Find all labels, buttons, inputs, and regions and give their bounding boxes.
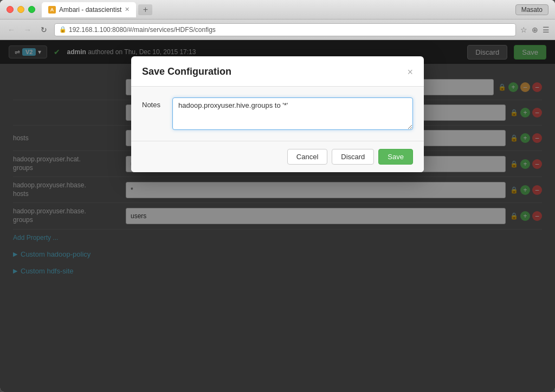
address-bar: ← → ↻ 🔒 192.168.1.100:8080/#/main/servic… (0, 19, 555, 40)
menu-icon[interactable]: ☰ (543, 25, 550, 34)
close-button[interactable] (7, 6, 14, 13)
new-tab-button[interactable]: + (138, 4, 152, 15)
modal-close-button[interactable]: × (407, 67, 413, 77)
refresh-button[interactable]: ↻ (38, 24, 50, 36)
forward-button[interactable]: → (22, 24, 34, 36)
save-button[interactable]: Save (378, 149, 413, 165)
notes-textarea[interactable]: hadoop.proxyuser.hive.groups to '*' (172, 97, 413, 130)
save-configuration-modal: Save Configuration × Notes hadoop.proxyu… (131, 56, 424, 172)
bookmark-icon[interactable]: ☆ (520, 25, 527, 34)
notes-label: Notes (142, 97, 164, 109)
modal-overlay: Save Configuration × Notes hadoop.proxyu… (0, 40, 555, 392)
extensions-icon[interactable]: ⊕ (532, 25, 538, 34)
modal-header: Save Configuration × (131, 56, 424, 87)
lock-icon: 🔒 (59, 26, 67, 33)
active-tab[interactable]: A Ambari - datascientist ✕ (42, 2, 136, 17)
traffic-lights (7, 6, 35, 13)
content-area: ⇌ V2 ▾ ✔ admin authored on Thu, Dec 10, … (0, 40, 555, 392)
maximize-button[interactable] (28, 6, 35, 13)
minimize-button[interactable] (17, 6, 24, 13)
tab-title: Ambari - datascientist (59, 6, 121, 14)
url-bar[interactable]: 🔒 192.168.1.100:8080/#/main/services/HDF… (54, 23, 516, 36)
back-button[interactable]: ← (5, 24, 17, 36)
modal-footer: Cancel Discard Save (131, 141, 424, 172)
modal-title: Save Configuration (142, 66, 231, 77)
modal-body: Notes hadoop.proxyuser.hive.groups to '*… (131, 87, 424, 141)
tab-favicon: A (48, 6, 56, 14)
tab-bar: A Ambari - datascientist ✕ + (42, 2, 515, 17)
title-bar: A Ambari - datascientist ✕ + Masato (0, 0, 555, 19)
tab-close-icon[interactable]: ✕ (125, 6, 130, 13)
discard-button[interactable]: Discard (332, 149, 374, 165)
cancel-button[interactable]: Cancel (287, 149, 327, 165)
mac-window: A Ambari - datascientist ✕ + Masato ← → … (0, 0, 555, 392)
form-row: Notes hadoop.proxyuser.hive.groups to '*… (142, 97, 413, 130)
user-label: Masato (515, 4, 548, 15)
url-text: 192.168.1.100:8080/#/main/services/HDFS/… (69, 26, 216, 34)
